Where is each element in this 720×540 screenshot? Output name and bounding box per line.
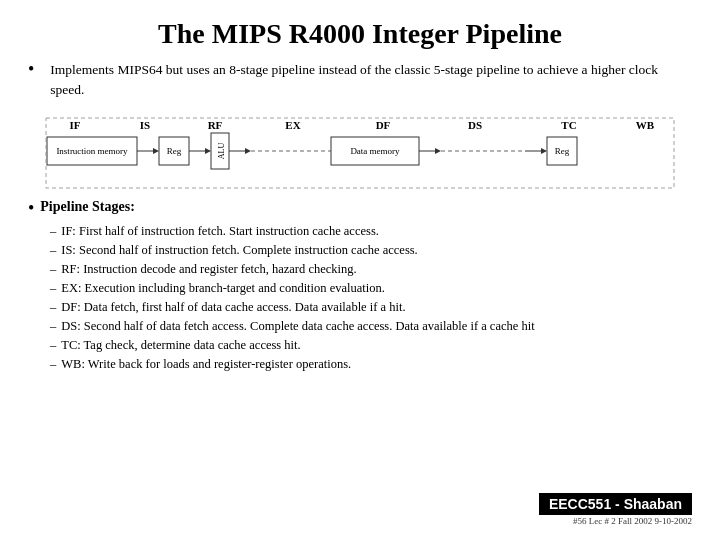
pipeline-stages-bullet: • Pipeline Stages: — [28, 199, 692, 219]
content-section: • Pipeline Stages: – IF: First half of i… — [28, 199, 692, 487]
stage-text-wb: WB: Write back for loads and register-re… — [61, 356, 351, 374]
dash-if: – — [50, 223, 56, 241]
bullet-dot-1: • — [28, 59, 34, 80]
stage-item-if: – IF: First half of instruction fetch. S… — [50, 223, 692, 241]
stage-text-rf: RF: Instruction decode and register fetc… — [61, 261, 356, 279]
dash-rf: – — [50, 261, 56, 279]
stage-item-ex: – EX: Execution including branch-target … — [50, 280, 692, 298]
svg-text:RF: RF — [208, 119, 223, 131]
footer-sub: #56 Lec # 2 Fall 2002 9-10-2002 — [573, 516, 692, 526]
stage-item-rf: – RF: Instruction decode and register fe… — [50, 261, 692, 279]
svg-marker-11 — [153, 148, 159, 154]
pipeline-diagram: IF IS RF EX DF DS TC WB Instruction memo… — [45, 117, 675, 189]
stage-item-tc: – TC: Tag check, determine data cache ac… — [50, 337, 692, 355]
footer-wrapper: EECC551 - Shaaban #56 Lec # 2 Fall 2002 … — [539, 493, 692, 526]
stage-text-if: IF: First half of instruction fetch. Sta… — [61, 223, 379, 241]
svg-text:DF: DF — [376, 119, 391, 131]
stage-item-is: – IS: Second half of instruction fetch. … — [50, 242, 692, 260]
diagram-container: IF IS RF EX DF DS TC WB Instruction memo… — [28, 117, 692, 189]
svg-text:WB: WB — [636, 119, 655, 131]
svg-text:Reg: Reg — [555, 146, 570, 156]
dash-ds: – — [50, 318, 56, 336]
stage-text-is: IS: Second half of instruction fetch. Co… — [61, 242, 418, 260]
stage-item-ds: – DS: Second half of data fetch access. … — [50, 318, 692, 336]
intro-bullet: • Implements MIPS64 but uses an 8-stage … — [28, 60, 692, 107]
svg-marker-19 — [245, 148, 251, 154]
stage-text-df: DF: Data fetch, first half of data cache… — [61, 299, 405, 317]
page: The MIPS R4000 Integer Pipeline • Implem… — [0, 0, 720, 540]
svg-marker-27 — [541, 148, 547, 154]
dash-df: – — [50, 299, 56, 317]
svg-text:DS: DS — [468, 119, 482, 131]
svg-text:IS: IS — [140, 119, 150, 131]
svg-text:EX: EX — [285, 119, 300, 131]
svg-text:TC: TC — [561, 119, 576, 131]
pipeline-stages-title: Pipeline Stages: — [40, 199, 135, 215]
svg-text:ALU: ALU — [217, 143, 226, 160]
stages-list: – IF: First half of instruction fetch. S… — [50, 223, 692, 374]
svg-text:Instruction memory: Instruction memory — [56, 146, 128, 156]
stage-item-wb: – WB: Write back for loads and register-… — [50, 356, 692, 374]
stage-item-df: – DF: Data fetch, first half of data cac… — [50, 299, 692, 317]
dash-tc: – — [50, 337, 56, 355]
footer-brand: EECC551 - Shaaban — [539, 493, 692, 515]
stage-text-ds: DS: Second half of data fetch access. Co… — [61, 318, 534, 336]
svg-text:Reg: Reg — [167, 146, 182, 156]
dash-is: – — [50, 242, 56, 260]
svg-marker-24 — [435, 148, 441, 154]
intro-text: Implements MIPS64 but uses an 8-stage pi… — [50, 60, 692, 99]
stage-text-ex: EX: Execution including branch-target an… — [61, 280, 385, 298]
svg-text:Data memory: Data memory — [350, 146, 400, 156]
svg-text:IF: IF — [70, 119, 81, 131]
page-title: The MIPS R4000 Integer Pipeline — [28, 18, 692, 50]
stage-text-tc: TC: Tag check, determine data cache acce… — [61, 337, 300, 355]
svg-marker-15 — [205, 148, 211, 154]
footer: EECC551 - Shaaban #56 Lec # 2 Fall 2002 … — [28, 493, 692, 526]
dash-ex: – — [50, 280, 56, 298]
dash-wb: – — [50, 356, 56, 374]
bullet-dot-2: • — [28, 198, 34, 219]
